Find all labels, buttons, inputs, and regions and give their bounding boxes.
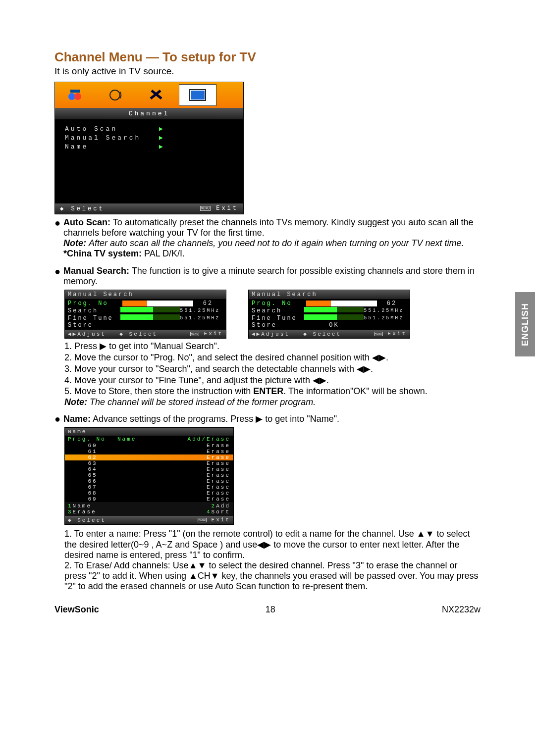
osd-item-name[interactable]: Name ▶: [65, 142, 243, 151]
china-tv-value: PAL D/K/I.: [144, 249, 185, 258]
name-text: Advance settings of the programs. Press …: [93, 414, 339, 424]
bullet-icon: ●: [54, 413, 63, 424]
auto-scan-text: To automatically preset the channels int…: [63, 217, 473, 238]
page-number: 18: [266, 605, 275, 615]
intro-text: It is only active in TV source.: [54, 66, 481, 77]
chevron-right-icon: ▶: [159, 134, 165, 142]
table-row[interactable]: 63Erase: [65, 460, 233, 466]
china-tv-label: *China TV system:: [63, 249, 142, 258]
svg-point-1: [74, 93, 81, 100]
language-tab: ENGLISH: [515, 292, 535, 356]
table-row[interactable]: 66Erase: [65, 478, 233, 484]
table-row[interactable]: 67Erase: [65, 484, 233, 490]
osd-item-manualsearch[interactable]: Manual Search ▶: [65, 133, 243, 142]
osd-footer: ◆ Select MENU Exit: [55, 203, 243, 214]
table-row[interactable]: 62Erase: [65, 454, 233, 460]
osd-iconbar: [55, 82, 243, 108]
setup-icon: [138, 85, 175, 105]
svg-rect-2: [70, 90, 80, 93]
manual-search-osd-1: Manual Search Prog. No62 Search551.25MHz…: [64, 290, 226, 339]
channel-osd: Channel Auto Scan ▶ Manual Search ▶ Name…: [54, 82, 244, 214]
name-osd: Name Prog. No Name Add/Erase 60Erase61Er…: [64, 427, 234, 525]
chevron-right-icon: ▶: [159, 125, 165, 133]
osd-body: Auto Scan ▶ Manual Search ▶ Name ▶: [55, 119, 243, 203]
menu-key-icon: MENU: [200, 206, 211, 211]
auto-scan-label: Auto Scan:: [63, 217, 110, 227]
table-row[interactable]: 65Erase: [65, 472, 233, 478]
page-title: Channel Menu — To setup for TV: [54, 50, 481, 65]
page-footer: ViewSonic 18 NX2232w: [54, 605, 481, 615]
table-row[interactable]: 61Erase: [65, 449, 233, 454]
osd-title: Channel: [55, 108, 243, 119]
chevron-right-icon: ▶: [159, 143, 165, 151]
table-row[interactable]: 69Erase: [65, 496, 233, 502]
name-instructions: 1. To enter a name: Press "1" (on the re…: [64, 529, 481, 592]
svg-point-0: [68, 93, 75, 100]
manual-search-label: Manual Search:: [63, 266, 129, 276]
note-label: Note:: [63, 238, 86, 248]
bullet-icon: ●: [54, 217, 63, 228]
manual-search-osd-2: Manual Search Prog. No62 Search551.25MHz…: [248, 290, 410, 339]
auto-scan-note: After auto scan all the channels, you ne…: [89, 238, 464, 248]
manual-search-steps: 1. Press ▶ to get into "Manual Search". …: [64, 341, 481, 407]
model-label: NX2232w: [442, 605, 481, 615]
sound-icon: [98, 85, 134, 105]
bullet-icon: ●: [54, 266, 63, 277]
name-label: Name:: [63, 414, 91, 424]
picture-icon: [57, 85, 94, 105]
table-row[interactable]: 68Erase: [65, 490, 233, 496]
svg-point-3: [110, 90, 120, 100]
svg-rect-4: [191, 91, 205, 100]
table-row[interactable]: 64Erase: [65, 466, 233, 472]
channel-icon: [179, 84, 216, 106]
brand-label: ViewSonic: [54, 605, 99, 615]
osd-item-autoscan[interactable]: Auto Scan ▶: [65, 124, 243, 133]
table-row[interactable]: 60Erase: [65, 443, 233, 449]
